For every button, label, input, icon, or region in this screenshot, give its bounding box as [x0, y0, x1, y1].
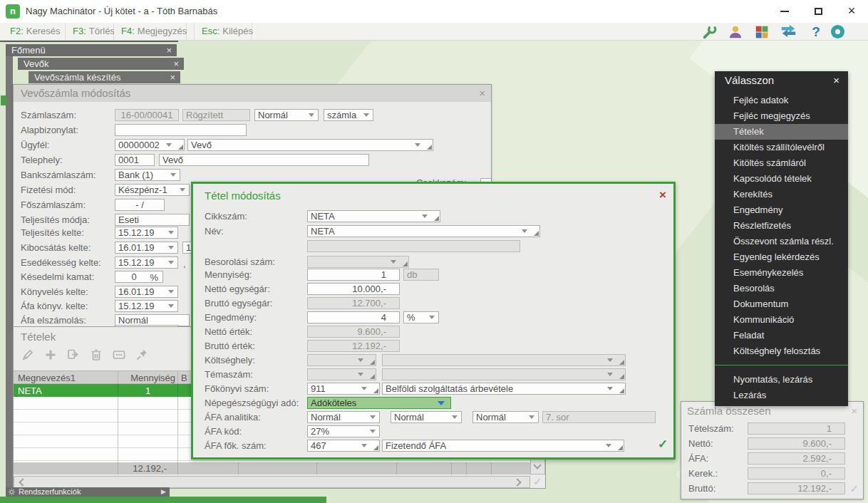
temaszam-kod-combo[interactable] — [307, 368, 376, 380]
close-icon[interactable]: × — [479, 85, 485, 102]
temaszam-nev-combo[interactable] — [382, 368, 626, 380]
horizontal-scrollbar[interactable] — [14, 476, 530, 488]
confirm-check-icon[interactable]: ✓ — [533, 475, 542, 488]
afa-analitika-dropdown-2[interactable]: Normál — [391, 411, 462, 423]
scroll-left-icon[interactable] — [19, 478, 26, 486]
fokonyvi-kod-combo[interactable]: 911 — [307, 383, 380, 395]
afa-fok-nev-combo[interactable]: Fizetendő ÁFA — [382, 440, 624, 452]
esedekesseg-dropdown[interactable]: 15.12.19 — [115, 256, 178, 269]
menu-item-dokumentum[interactable]: Dokumentum — [715, 296, 848, 312]
panel-title: Válasszon — [725, 74, 774, 86]
close-icon[interactable]: × — [166, 44, 172, 56]
afa-analitika-dropdown-1[interactable]: Normál — [307, 411, 380, 423]
menu-item-besorolas[interactable]: Besorolás — [715, 281, 848, 296]
menu-item-fejlec-megjegyzes[interactable]: Fejléc megjegyzés — [715, 108, 848, 124]
koltseghely-kod-combo[interactable] — [307, 354, 376, 366]
close-button[interactable]: × — [837, 0, 867, 23]
more-options-icon[interactable] — [112, 348, 126, 362]
menu-item-koltseghely-felosztas[interactable]: Költséghely felosztás — [715, 343, 848, 359]
afa-kod-dropdown[interactable]: 27% — [307, 425, 380, 437]
menu-item-kerekites[interactable]: Kerekítés — [715, 187, 848, 202]
menu-item-lezaras[interactable]: Lezárás — [715, 388, 848, 403]
menu-item-nyomtatas-lezaras[interactable]: Nyomtatás, lezárás — [715, 372, 848, 388]
telephely-nev-field[interactable]: Vevő — [159, 154, 369, 166]
telephely-kod-field[interactable]: 0001 — [115, 154, 155, 166]
koltseghely-nev-combo[interactable] — [382, 354, 626, 366]
menu-item-comment[interactable]: F4:Megjegyzés — [114, 23, 187, 40]
menu-item-delete[interactable]: F3:Törlés — [66, 23, 114, 40]
menu-item-osszevont-szamla[interactable]: Összevont számla részl. — [715, 234, 848, 249]
menu-item-kommunikacio[interactable]: Kommunikáció — [715, 312, 848, 328]
menu-item-exit[interactable]: Esc:Kilépés — [194, 23, 252, 40]
confirm-check-icon[interactable]: ✓ — [658, 437, 668, 452]
menu-item-kapcsolodo-tetelek[interactable]: Kapcsolódó tételek — [715, 171, 848, 187]
close-icon[interactable]: × — [659, 188, 666, 202]
engedmeny-unit-dropdown[interactable]: % — [403, 311, 439, 323]
help-icon[interactable]: ? — [807, 24, 825, 40]
cikkszam-combo[interactable]: NETA — [307, 210, 440, 222]
menu-item-engedmeny[interactable]: Engedmény — [715, 202, 848, 218]
menu-item-fejlec-adatok[interactable]: Fejléc adatok — [715, 93, 848, 108]
menu-item-egyenleg-lekerdezes[interactable]: Egyenleg lekérdezés — [715, 249, 848, 265]
copy-icon[interactable] — [66, 348, 81, 362]
ugyfel-nev-combo[interactable]: Vevő — [187, 139, 433, 151]
fokonyvi-nev-combo[interactable]: Belföldi szolgáltatás árbevétele — [382, 383, 626, 395]
menu-divider — [715, 365, 848, 365]
tools-wrench-icon[interactable] — [701, 24, 720, 40]
close-icon[interactable]: × — [851, 405, 857, 417]
tipus-dropdown[interactable]: Normál — [254, 109, 319, 121]
netto-egysegar-field[interactable]: 10.000,- — [307, 283, 400, 295]
window-keszites-titlebar[interactable]: Vevőszámla készítés × — [29, 71, 180, 83]
konyveles-dropdown[interactable]: 16.01.19 — [115, 286, 178, 298]
about-icon[interactable] — [828, 24, 847, 40]
afakonyv-dropdown[interactable]: 15.12.19 — [115, 300, 178, 312]
window-vevoszamla-modositas-titlebar[interactable]: Vevőszámla módosítás × — [14, 85, 491, 102]
afa-fok-kod-combo[interactable]: 467 — [307, 440, 380, 452]
menu-label: Kilépés — [222, 26, 253, 36]
menu-item-search[interactable]: F2:Keresés — [3, 23, 66, 40]
menu-item-tetelek[interactable]: Tételek — [715, 124, 848, 140]
kesedelmi-field[interactable]: 0% — [115, 271, 163, 283]
minimize-button[interactable] — [770, 0, 800, 23]
window-vevok-titlebar[interactable]: Vevők × — [18, 58, 184, 70]
nepegeszsegugyi-ado-dropdown[interactable]: Adóköteles — [307, 397, 451, 409]
bankszamla-dropdown[interactable]: Bank (1) — [115, 169, 180, 181]
rendszerfunkciok-bar[interactable]: Rendszerfunkciók ▶ — [6, 487, 170, 497]
add-icon[interactable] — [43, 348, 58, 362]
edit-icon[interactable] — [21, 348, 35, 362]
fizetesimod-dropdown[interactable]: Készpénz-1 — [115, 184, 190, 196]
engedmeny-field[interactable]: 4 — [307, 311, 400, 323]
bizonylat-dropdown[interactable]: számla — [324, 109, 373, 121]
alapbizonylat-field[interactable] — [115, 124, 247, 136]
kibocsatas-dropdown[interactable]: 16.01.19 — [115, 242, 178, 254]
transfer-arrows-icon[interactable] — [780, 24, 798, 40]
field-label: Ügyfél: — [21, 139, 49, 151]
user-icon[interactable] — [727, 24, 745, 40]
scroll-down-icon[interactable] — [533, 461, 541, 469]
menu-item-kitoltes-szamlarol[interactable]: Kitöltés számláról — [715, 155, 848, 171]
modules-grid-icon[interactable] — [754, 24, 773, 40]
window-fomenu-titlebar[interactable]: Főmenü × — [6, 44, 177, 56]
about-donut — [831, 25, 844, 38]
maximize-button[interactable] — [803, 0, 833, 23]
teljesitesmodja-field[interactable]: Eseti — [115, 214, 190, 226]
menu-item-esemenykezeles[interactable]: Eseménykezelés — [715, 265, 848, 281]
ugyfel-kod-combo[interactable]: 00000002 — [115, 139, 185, 151]
mennyiseg-field[interactable]: 1 — [307, 269, 400, 281]
menu-item-reszletfizetes[interactable]: Részletfizetés — [715, 218, 848, 234]
menu-item-feladat[interactable]: Feladat — [715, 328, 848, 343]
menu-item-kitoltes-szallitolevelrol[interactable]: Kitöltés szállítólevélről — [715, 140, 848, 155]
close-icon[interactable]: × — [170, 71, 175, 83]
teljesiteskelte-dropdown[interactable]: 15.12.19 — [115, 227, 178, 239]
window-titlebar[interactable]: n Nagy Machinátor - Új kötet - a - Tóth … — [0, 0, 868, 23]
confirm-check-icon[interactable]: ✓ — [849, 482, 859, 495]
close-icon[interactable]: × — [173, 58, 179, 70]
delete-trash-icon[interactable] — [89, 348, 103, 362]
besorolasi-combo[interactable] — [307, 256, 409, 268]
close-icon[interactable]: × — [833, 74, 839, 86]
nev-combo[interactable]: NETA — [307, 225, 540, 237]
afa-analitika-dropdown-3[interactable]: Normál — [472, 411, 539, 423]
scroll-right-icon[interactable] — [513, 478, 521, 486]
foszamlaszam-field[interactable]: - / — [115, 199, 165, 211]
pin-icon[interactable] — [135, 348, 149, 362]
